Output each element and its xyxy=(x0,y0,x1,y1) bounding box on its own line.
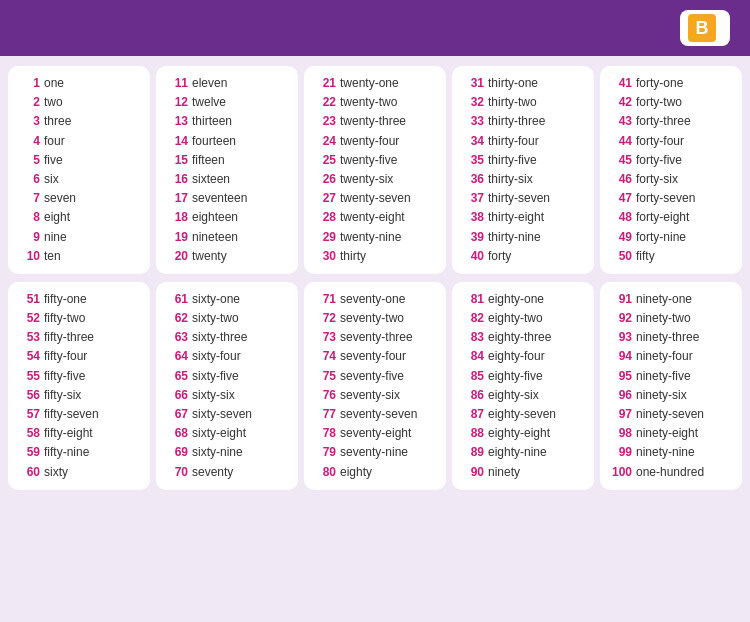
number: 8 xyxy=(18,208,40,227)
word: twenty xyxy=(192,247,227,266)
word: twenty-seven xyxy=(340,189,411,208)
word: eighty-five xyxy=(488,367,543,386)
word: ninety-four xyxy=(636,347,693,366)
word: eight xyxy=(44,208,70,227)
word: fifty-three xyxy=(44,328,94,347)
number: 49 xyxy=(610,228,632,247)
number-row: 46forty-six xyxy=(610,170,732,189)
number: 72 xyxy=(314,309,336,328)
word: sixteen xyxy=(192,170,230,189)
word: sixty xyxy=(44,463,68,482)
number: 40 xyxy=(462,247,484,266)
word: sixty-eight xyxy=(192,424,246,443)
word: nineteen xyxy=(192,228,238,247)
number-row: 100one-hundred xyxy=(610,463,732,482)
number: 62 xyxy=(166,309,188,328)
number: 24 xyxy=(314,132,336,151)
number-row: 61sixty-one xyxy=(166,290,288,309)
number-row: 16sixteen xyxy=(166,170,288,189)
number: 100 xyxy=(610,463,632,482)
number-row: 31thirty-one xyxy=(462,74,584,93)
number-box: 61sixty-one62sixty-two63sixty-three64six… xyxy=(156,282,298,490)
word: seventy-seven xyxy=(340,405,417,424)
number: 75 xyxy=(314,367,336,386)
number-row: 71seventy-one xyxy=(314,290,436,309)
word: four xyxy=(44,132,65,151)
number-row: 17seventeen xyxy=(166,189,288,208)
word: forty-nine xyxy=(636,228,686,247)
number-row: 44forty-four xyxy=(610,132,732,151)
number-row: 62sixty-two xyxy=(166,309,288,328)
word: seven xyxy=(44,189,76,208)
word: thirteen xyxy=(192,112,232,131)
word: fifty-eight xyxy=(44,424,93,443)
number: 65 xyxy=(166,367,188,386)
number: 69 xyxy=(166,443,188,462)
number-row: 68sixty-eight xyxy=(166,424,288,443)
number-row: 50fifty xyxy=(610,247,732,266)
word: twenty-one xyxy=(340,74,399,93)
word: five xyxy=(44,151,63,170)
number-row: 41forty-one xyxy=(610,74,732,93)
word: twenty-eight xyxy=(340,208,405,227)
number-row: 18eighteen xyxy=(166,208,288,227)
number-row: 83eighty-three xyxy=(462,328,584,347)
word: seventy-four xyxy=(340,347,406,366)
number-box: 1one2two3three4four5five6six7seven8eight… xyxy=(8,66,150,274)
word: ninety-six xyxy=(636,386,687,405)
word: ninety-one xyxy=(636,290,692,309)
number: 36 xyxy=(462,170,484,189)
logo-icon: B xyxy=(688,14,716,42)
number: 44 xyxy=(610,132,632,151)
number-row: 24twenty-four xyxy=(314,132,436,151)
word: ninety-seven xyxy=(636,405,704,424)
number: 43 xyxy=(610,112,632,131)
number-row: 52fifty-two xyxy=(18,309,140,328)
word: ninety-three xyxy=(636,328,699,347)
header: B xyxy=(0,0,750,56)
number-row: 67sixty-seven xyxy=(166,405,288,424)
word: ninety-two xyxy=(636,309,691,328)
number: 54 xyxy=(18,347,40,366)
number-row: 29twenty-nine xyxy=(314,228,436,247)
word: six xyxy=(44,170,59,189)
number-row: 60sixty xyxy=(18,463,140,482)
number: 58 xyxy=(18,424,40,443)
number: 77 xyxy=(314,405,336,424)
number: 64 xyxy=(166,347,188,366)
number: 47 xyxy=(610,189,632,208)
word: twenty-nine xyxy=(340,228,401,247)
word: forty-seven xyxy=(636,189,695,208)
number-row: 33thirty-three xyxy=(462,112,584,131)
number: 94 xyxy=(610,347,632,366)
number-row: 91ninety-one xyxy=(610,290,732,309)
number: 30 xyxy=(314,247,336,266)
number: 52 xyxy=(18,309,40,328)
word: eighty-four xyxy=(488,347,545,366)
number: 17 xyxy=(166,189,188,208)
word: seventy-two xyxy=(340,309,404,328)
number: 3 xyxy=(18,112,40,131)
number-row: 58fifty-eight xyxy=(18,424,140,443)
number: 96 xyxy=(610,386,632,405)
number-row: 36thirty-six xyxy=(462,170,584,189)
number: 90 xyxy=(462,463,484,482)
word: fifty-six xyxy=(44,386,81,405)
main-content: 1one2two3three4four5five6six7seven8eight… xyxy=(0,56,750,500)
number: 91 xyxy=(610,290,632,309)
word: seventy-one xyxy=(340,290,405,309)
number: 5 xyxy=(18,151,40,170)
number: 6 xyxy=(18,170,40,189)
number-row: 92ninety-two xyxy=(610,309,732,328)
word: eighty-one xyxy=(488,290,544,309)
number: 46 xyxy=(610,170,632,189)
number-row: 85eighty-five xyxy=(462,367,584,386)
number: 2 xyxy=(18,93,40,112)
top-grid: 1one2two3three4four5five6six7seven8eight… xyxy=(8,66,742,274)
number: 61 xyxy=(166,290,188,309)
word: fifty-one xyxy=(44,290,87,309)
word: thirty-three xyxy=(488,112,545,131)
number-row: 87eighty-seven xyxy=(462,405,584,424)
word: two xyxy=(44,93,63,112)
number: 92 xyxy=(610,309,632,328)
